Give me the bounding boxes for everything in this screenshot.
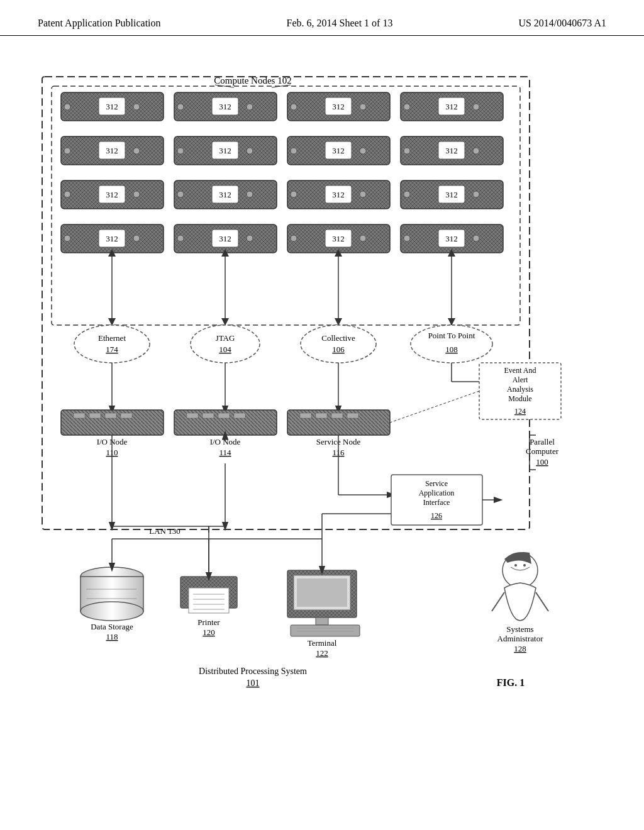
svg-text:312: 312 bbox=[445, 146, 458, 155]
svg-text:JTAG: JTAG bbox=[216, 333, 235, 343]
svg-text:312: 312 bbox=[445, 234, 458, 243]
svg-point-46 bbox=[291, 235, 297, 241]
admin-body bbox=[504, 583, 536, 621]
svg-rect-81 bbox=[347, 413, 358, 418]
svg-rect-74 bbox=[218, 413, 230, 418]
server-dot-1-3a bbox=[291, 104, 297, 110]
svg-text:312: 312 bbox=[106, 146, 118, 155]
svg-rect-79 bbox=[316, 413, 327, 418]
svg-point-31 bbox=[177, 191, 184, 197]
diagram-area: Compute Nodes 102 312 312 312 312 312 31… bbox=[0, 36, 644, 816]
svg-point-50 bbox=[473, 235, 479, 241]
svg-point-32 bbox=[247, 191, 253, 197]
svg-rect-72 bbox=[187, 413, 198, 418]
svg-rect-73 bbox=[203, 413, 214, 418]
server-dot-1-3b bbox=[360, 104, 366, 110]
svg-text:312: 312 bbox=[219, 102, 231, 111]
svg-text:312: 312 bbox=[332, 234, 345, 243]
server-dot-1-2b bbox=[247, 104, 253, 110]
svg-point-34 bbox=[291, 191, 297, 197]
svg-text:312: 312 bbox=[219, 234, 231, 243]
svg-text:174: 174 bbox=[106, 345, 118, 354]
svg-text:100: 100 bbox=[536, 457, 548, 467]
svg-text:312: 312 bbox=[445, 190, 458, 199]
compute-nodes-label: Compute Nodes 102 bbox=[214, 75, 291, 86]
svg-point-26 bbox=[473, 148, 479, 154]
svg-text:124: 124 bbox=[514, 407, 526, 416]
svg-text:Service: Service bbox=[425, 479, 448, 488]
svg-point-25 bbox=[404, 148, 410, 154]
terminal-keyboard bbox=[291, 625, 360, 636]
svg-text:Alert: Alert bbox=[513, 375, 528, 384]
svg-rect-80 bbox=[331, 413, 343, 418]
svg-text:Computer: Computer bbox=[526, 446, 559, 456]
svg-text:Data Storage: Data Storage bbox=[91, 622, 133, 631]
svg-point-49 bbox=[404, 235, 410, 241]
svg-text:Point To Point: Point To Point bbox=[428, 331, 475, 340]
svg-text:312: 312 bbox=[106, 234, 118, 243]
svg-rect-68 bbox=[105, 413, 116, 418]
svg-point-37 bbox=[404, 191, 410, 197]
header-right: US 2014/0040673 A1 bbox=[518, 18, 606, 29]
server-dot-1-2a bbox=[177, 104, 184, 110]
page-header: Patent Application Publication Feb. 6, 2… bbox=[0, 0, 644, 36]
svg-text:Administrator: Administrator bbox=[497, 634, 544, 643]
svg-text:106: 106 bbox=[332, 345, 345, 354]
server-dot-1-1b bbox=[133, 104, 140, 110]
admin-eye-left bbox=[514, 564, 517, 567]
admin-arm-right bbox=[536, 592, 548, 611]
svg-point-22 bbox=[291, 148, 297, 154]
svg-text:Printer: Printer bbox=[197, 617, 220, 627]
server-dot-1-4b bbox=[473, 104, 479, 110]
svg-text:108: 108 bbox=[445, 345, 458, 354]
svg-text:Application: Application bbox=[419, 489, 455, 497]
svg-point-17 bbox=[133, 148, 140, 154]
svg-text:101: 101 bbox=[247, 678, 260, 688]
svg-point-41 bbox=[133, 235, 140, 241]
svg-point-19 bbox=[177, 148, 184, 154]
svg-text:Event And: Event And bbox=[504, 366, 536, 375]
fig-label: FIG. 1 bbox=[497, 677, 525, 688]
svg-text:128: 128 bbox=[514, 644, 526, 653]
jtag-cloud bbox=[191, 325, 260, 363]
svg-text:118: 118 bbox=[106, 632, 118, 641]
collective-cloud bbox=[301, 325, 376, 363]
svg-text:312: 312 bbox=[332, 146, 345, 155]
header-center: Feb. 6, 2014 Sheet 1 of 13 bbox=[287, 18, 393, 29]
svg-rect-78 bbox=[300, 413, 311, 418]
svg-rect-75 bbox=[234, 413, 245, 418]
svg-text:Parallel: Parallel bbox=[530, 437, 555, 446]
svg-point-38 bbox=[473, 191, 479, 197]
svg-text:Collective: Collective bbox=[321, 333, 355, 343]
svg-text:120: 120 bbox=[203, 628, 215, 637]
svg-text:312: 312 bbox=[332, 190, 345, 199]
svg-text:126: 126 bbox=[431, 511, 442, 520]
svg-text:312: 312 bbox=[106, 190, 118, 199]
svg-text:312: 312 bbox=[219, 146, 231, 155]
svg-text:312: 312 bbox=[106, 102, 118, 111]
admin-eye-right bbox=[523, 564, 526, 567]
svg-text:Terminal: Terminal bbox=[308, 638, 337, 648]
dps-label: Distributed Processing System bbox=[199, 667, 307, 676]
svg-point-43 bbox=[177, 235, 184, 241]
svg-text:Ethernet: Ethernet bbox=[98, 333, 126, 343]
svg-text:312: 312 bbox=[219, 190, 231, 199]
svg-text:122: 122 bbox=[316, 648, 328, 658]
datastorage-bottom bbox=[80, 602, 143, 621]
svg-point-47 bbox=[360, 235, 366, 241]
svg-point-20 bbox=[247, 148, 253, 154]
header-left: Patent Application Publication bbox=[38, 18, 161, 29]
svg-text:Interface: Interface bbox=[423, 498, 450, 507]
patent-diagram: Compute Nodes 102 312 312 312 312 312 31… bbox=[39, 67, 605, 809]
svg-text:Analysis: Analysis bbox=[507, 385, 533, 394]
terminal-stand bbox=[316, 617, 328, 625]
svg-text:312: 312 bbox=[332, 102, 345, 111]
svg-point-16 bbox=[64, 148, 70, 154]
admin-arm-left bbox=[492, 592, 504, 611]
event-sn-dash bbox=[390, 391, 479, 423]
svg-rect-69 bbox=[121, 413, 132, 418]
svg-text:Systems: Systems bbox=[506, 624, 533, 634]
svg-point-29 bbox=[133, 191, 140, 197]
svg-rect-66 bbox=[74, 413, 85, 418]
svg-text:312: 312 bbox=[445, 102, 458, 111]
